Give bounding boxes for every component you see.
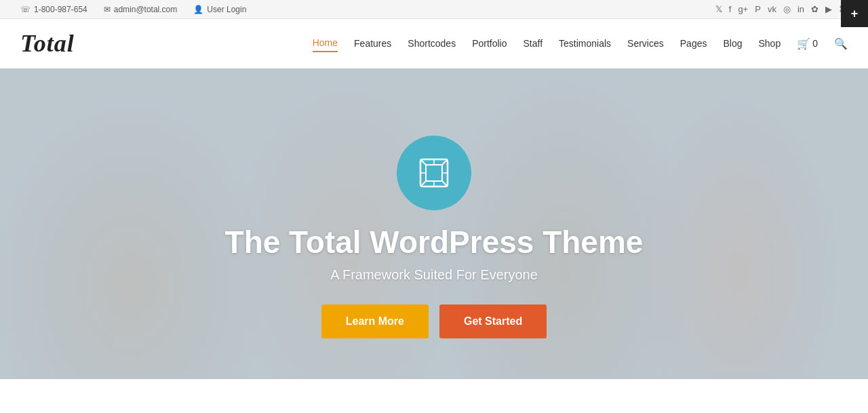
- social-links: 𝕏 f g+ P vk ◎ in ✿ ▶ ⌘: [715, 4, 848, 14]
- top-bar: ☏ 1-800-987-654 ✉ admin@total.com 👤 User…: [0, 0, 868, 19]
- hero-content: The Total WordPress Theme A Framework Su…: [225, 136, 644, 338]
- learn-more-button[interactable]: Learn More: [321, 304, 429, 338]
- hero-section: The Total WordPress Theme A Framework Su…: [0, 68, 868, 379]
- corner-widget[interactable]: +: [841, 0, 868, 27]
- pinterest-icon[interactable]: P: [755, 4, 761, 14]
- logo[interactable]: Total: [20, 29, 75, 58]
- nav-shortcodes[interactable]: Shortcodes: [408, 35, 456, 52]
- nav-home[interactable]: Home: [313, 35, 338, 52]
- facebook-icon[interactable]: f: [729, 4, 732, 14]
- login-item[interactable]: 👤 User Login: [193, 5, 246, 14]
- hero-subtitle: A Framework Suited For Everyone: [330, 267, 538, 283]
- cart-icon: 🛒: [797, 37, 810, 50]
- nav-features[interactable]: Features: [354, 35, 391, 52]
- linkedin-icon[interactable]: in: [797, 4, 804, 14]
- user-icon: 👤: [193, 5, 203, 14]
- svg-rect-1: [426, 165, 442, 181]
- phone-item: ☏ 1-800-987-654: [20, 5, 87, 14]
- phone-number: 1-800-987-654: [34, 5, 87, 14]
- hero-title: The Total WordPress Theme: [225, 224, 644, 260]
- googleplus-icon[interactable]: g+: [738, 4, 748, 14]
- cart-count: 0: [812, 38, 818, 49]
- top-bar-left: ☏ 1-800-987-654 ✉ admin@total.com 👤 User…: [20, 5, 246, 14]
- nav-portfolio[interactable]: Portfolio: [472, 35, 507, 52]
- vk-icon[interactable]: vk: [768, 4, 776, 14]
- nav-testimonials[interactable]: Testimonials: [559, 35, 611, 52]
- header: Total Home Features Shortcodes Portfolio…: [0, 19, 868, 68]
- email-item: ✉ admin@total.com: [104, 5, 178, 14]
- nav-pages[interactable]: Pages: [680, 35, 707, 52]
- twitter-icon[interactable]: 𝕏: [715, 4, 722, 14]
- cart-widget[interactable]: 🛒 0: [797, 37, 818, 50]
- nav-services[interactable]: Services: [627, 35, 664, 52]
- hero-cube-icon: [414, 153, 454, 193]
- phone-icon: ☏: [20, 5, 31, 14]
- nav-blog[interactable]: Blog: [723, 35, 742, 52]
- email-link[interactable]: admin@total.com: [114, 5, 178, 14]
- instagram-icon[interactable]: ◎: [783, 4, 791, 14]
- main-nav: Home Features Shortcodes Portfolio Staff…: [313, 35, 848, 52]
- user-login-link[interactable]: User Login: [207, 5, 246, 14]
- flickr-icon[interactable]: ✿: [811, 4, 818, 14]
- hero-icon-circle: [397, 136, 471, 210]
- email-icon: ✉: [104, 5, 111, 14]
- nav-shop[interactable]: Shop: [759, 35, 781, 52]
- search-button[interactable]: 🔍: [834, 37, 848, 50]
- vimeo-icon[interactable]: ▶: [825, 4, 832, 14]
- corner-plus-icon: +: [851, 7, 859, 21]
- get-started-button[interactable]: Get Started: [439, 304, 547, 338]
- hero-buttons: Learn More Get Started: [321, 304, 547, 338]
- nav-staff[interactable]: Staff: [524, 35, 543, 52]
